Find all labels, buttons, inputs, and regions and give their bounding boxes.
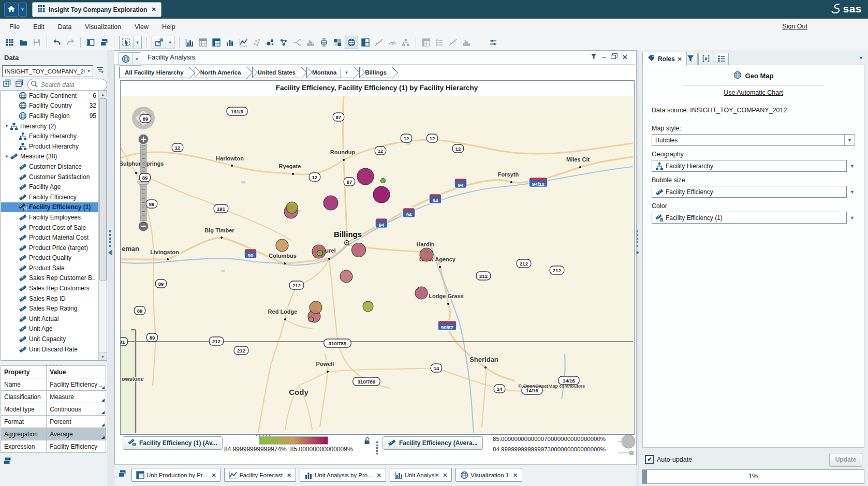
bar-chart-button[interactable] [224,36,236,49]
map-bubble[interactable] [310,301,322,314]
close-icon[interactable]: ✕ [443,472,447,478]
tree-item-customer-distance[interactable]: Customer Distance [1,161,107,172]
legend-drag-handle[interactable] [376,441,378,454]
color-legend-button[interactable]: Facility Efficiency (1) (Av... [123,436,223,450]
expand-all-button[interactable] [3,79,11,89]
breadcrumb-united-states[interactable]: United States [252,67,302,78]
property-row-name[interactable]: NameFacility Efficiency .. [1,378,106,391]
layers-icon[interactable] [3,456,11,466]
window-stack-icon[interactable] [118,469,126,479]
toggle-panels-button[interactable] [84,36,97,49]
map-bubble[interactable] [363,301,373,312]
tree-item-hierarchy-2-[interactable]: ▼Hierarchy (2) [1,121,107,131]
tree-item-product-cost-of-sale[interactable]: Product Cost of Sale [1,223,107,233]
list-alt-button[interactable] [433,36,446,49]
select-tool-button[interactable]: ▼ [119,36,142,49]
role-value-color[interactable]: Facility Efficiency (1) [652,212,847,224]
menu-file[interactable]: File [9,23,20,31]
map-bubble[interactable] [381,179,386,183]
role-value-bubble-size[interactable]: Facility Efficiency [652,186,847,198]
tree-item-measure-38-[interactable]: ▼Measure (38) [1,152,107,162]
update-button[interactable]: Update [829,453,862,467]
tree-scrollbar[interactable]: ▲ ▼ [98,91,107,360]
menu-view[interactable]: View [135,23,149,31]
map-bubble[interactable] [286,202,298,213]
tree-item-unit-capacity[interactable]: Unit Capacity [1,334,107,344]
menu-edit[interactable]: Edit [33,23,45,31]
map-bubble[interactable] [420,248,433,261]
open-button[interactable] [17,36,30,49]
scroll-up-arrow[interactable]: ▲ [99,91,107,98]
hist-alt-button[interactable] [460,36,473,49]
tree-item-customer-satisfaction[interactable]: Customer Satisfaction [1,172,107,182]
tree-item-sales-rep-rating[interactable]: Sales Rep Rating [1,303,107,314]
bottom-tab-unit-production-by-pr-[interactable]: Unit Production by Pr...✕ [131,468,220,482]
save-button[interactable] [31,36,43,49]
tab-ranks[interactable] [698,53,713,66]
tree-item-facility-efficiency[interactable]: Facility Efficiency [1,192,107,202]
tree-item-product-sale[interactable]: Product Sale [1,263,107,273]
map-bubble[interactable] [357,168,374,185]
tree-item-product-price-target-[interactable]: Product Price (target) [1,243,107,253]
breadcrumb-north-america[interactable]: North America [195,67,247,78]
close-icon[interactable]: ✕ [622,53,628,61]
sign-out-link[interactable]: Sign Out [782,23,807,30]
automatic-chart-button[interactable] [183,36,196,49]
map-canvas[interactable]: White Sulphur SpringsHarlowtonRyegateRou… [121,96,633,433]
role-value-geography[interactable]: Facility Hierarchy [652,160,847,172]
search-input[interactable] [40,81,98,89]
tree-item-sales-rep-customers[interactable]: Sales Rep Customers [1,283,107,293]
scroll-down-arrow[interactable]: ▼ [99,352,107,360]
tree-item-unit-age[interactable]: Unit Age [1,324,107,334]
bottom-tab-unit-analysis-by-pro-[interactable]: Unit Analysis by Pro...✕ [300,468,386,482]
close-icon[interactable]: ✕ [513,472,518,478]
scatter-plot-button[interactable] [251,36,263,49]
network-diagram-button[interactable] [277,36,290,49]
breadcrumb-montana[interactable]: Montana▼ [306,67,354,78]
size-legend-button[interactable]: Facility Efficiency (Avera... [382,436,483,450]
tree-item-facility-continent[interactable]: Facility Continent6 [1,91,107,101]
map-style-select[interactable]: Bubbles ▼ [652,134,855,146]
filter-controls-button[interactable] [487,36,499,49]
table-button[interactable] [197,36,209,49]
property-row-expression[interactable]: ExpressionFacility Efficiency [1,440,106,453]
tree-item-product-hierarchy[interactable]: Product Hierarchy [1,141,107,152]
tab-properties[interactable] [714,53,729,66]
minimize-icon[interactable]: – [602,53,606,61]
tree-item-facility-employees[interactable]: Facility Employees [1,212,107,223]
bubble-plot-button[interactable] [264,36,276,49]
close-icon[interactable]: ✕ [377,472,381,478]
chart-type-button[interactable]: ▼ [119,52,141,66]
bottom-tab-visualization-1[interactable]: Visualization 1✕ [455,468,522,482]
chevron-down-icon[interactable]: ▼ [859,55,863,61]
bottom-tab-unit-analysis[interactable]: Unit Analysis✕ [390,468,452,482]
search-box[interactable] [27,79,107,91]
filter-icon[interactable] [590,52,598,62]
collapse-left-arrow[interactable] [108,249,112,256]
line-chart-button[interactable] [237,36,249,49]
home-button[interactable]: ▼ [4,3,27,17]
redo-button[interactable] [64,36,77,49]
gauge-button[interactable] [386,36,399,49]
new-exploration-button[interactable] [4,36,16,49]
data-filter-menu-button[interactable] [96,66,104,76]
tree-item-sales-rep-id[interactable]: Sales Rep ID [1,293,107,304]
tree-item-product-quality[interactable]: Product Quality [1,253,107,263]
scroll-thumb[interactable] [99,98,107,281]
box-plot-button[interactable] [318,36,330,49]
arrange-windows-button[interactable] [98,36,110,49]
map-bubble[interactable] [340,270,352,283]
treemap-button[interactable] [359,36,372,49]
bottom-tab-facility-forecast[interactable]: Facility Forecast✕ [224,468,296,482]
use-automatic-chart-link[interactable]: Use Automatic Chart [652,89,855,96]
left-splitter[interactable] [107,50,114,486]
close-icon[interactable]: ✕ [287,472,291,478]
tree-item-sales-rep-customer-b-[interactable]: Sales Rep Customer B... [1,273,107,284]
map-bubble[interactable] [352,243,366,257]
tree-item-product-material-cost[interactable]: Product Material Cost [1,232,107,243]
undo-button[interactable] [51,36,63,49]
decision-tree-button[interactable] [400,36,412,49]
map-bubble[interactable] [323,196,338,210]
menu-help[interactable]: Help [162,23,175,31]
map-bubble[interactable] [317,251,323,256]
